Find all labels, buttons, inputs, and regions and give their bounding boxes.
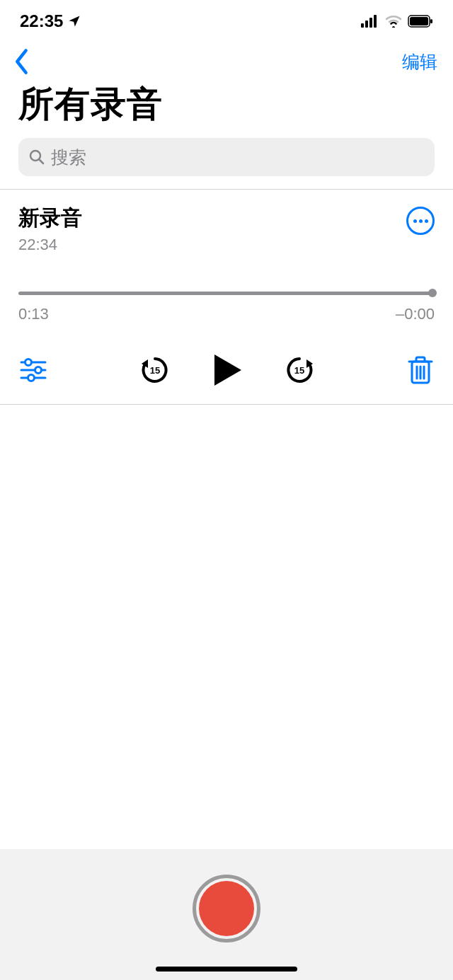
rewind-15-button[interactable]: 15 bbox=[139, 354, 171, 386]
elapsed-time: 0:13 bbox=[18, 305, 49, 323]
center-controls: 15 15 bbox=[139, 353, 315, 387]
nav-bar: 编辑 bbox=[0, 42, 453, 81]
svg-rect-5 bbox=[410, 17, 428, 25]
scrub-handle[interactable] bbox=[428, 289, 437, 297]
delete-button[interactable] bbox=[408, 355, 433, 385]
status-right bbox=[361, 15, 433, 28]
svg-rect-3 bbox=[374, 15, 377, 28]
svg-rect-0 bbox=[361, 23, 364, 28]
time-row: 0:13 –0:00 bbox=[18, 305, 435, 323]
svg-text:15: 15 bbox=[150, 365, 160, 376]
playback-scrubber[interactable] bbox=[18, 288, 435, 298]
status-time: 22:35 bbox=[20, 11, 63, 31]
search-row: 搜索 bbox=[0, 135, 453, 189]
recording-item: 新录音 22:34 0:13 –0:00 bbox=[0, 190, 453, 405]
more-button[interactable] bbox=[406, 207, 435, 235]
recording-info: 新录音 22:34 bbox=[18, 204, 82, 254]
status-left: 22:35 bbox=[20, 11, 81, 31]
svg-point-14 bbox=[28, 375, 35, 381]
recording-head: 新录音 22:34 bbox=[18, 204, 435, 254]
options-button[interactable] bbox=[20, 358, 47, 382]
search-placeholder: 搜索 bbox=[51, 146, 86, 169]
svg-marker-17 bbox=[214, 354, 241, 386]
edit-button[interactable]: 编辑 bbox=[402, 50, 437, 74]
title-row: 所有录音 bbox=[0, 81, 453, 135]
svg-point-10 bbox=[25, 359, 32, 366]
svg-rect-2 bbox=[369, 18, 372, 28]
svg-point-12 bbox=[35, 367, 42, 374]
location-icon bbox=[67, 14, 81, 28]
svg-rect-1 bbox=[365, 21, 368, 28]
controls-row: 15 15 bbox=[18, 353, 435, 387]
play-button[interactable] bbox=[212, 353, 243, 387]
scrub-track bbox=[18, 292, 435, 295]
svg-rect-6 bbox=[430, 19, 432, 23]
record-button[interactable] bbox=[193, 875, 260, 942]
search-input[interactable]: 搜索 bbox=[18, 138, 435, 176]
remaining-time: –0:00 bbox=[396, 305, 435, 323]
home-indicator[interactable] bbox=[156, 967, 297, 972]
status-bar: 22:35 bbox=[0, 0, 453, 42]
back-button[interactable] bbox=[13, 48, 31, 75]
svg-text:15: 15 bbox=[294, 365, 304, 376]
recording-title: 新录音 bbox=[18, 204, 82, 233]
wifi-icon bbox=[385, 15, 402, 28]
page-title: 所有录音 bbox=[18, 81, 435, 128]
search-icon bbox=[28, 149, 45, 166]
record-inner-icon bbox=[199, 881, 254, 936]
svg-line-8 bbox=[39, 159, 43, 163]
bottom-bar bbox=[0, 849, 453, 980]
recording-timestamp: 22:34 bbox=[18, 236, 82, 254]
battery-icon bbox=[408, 15, 433, 28]
cellular-icon bbox=[361, 15, 379, 28]
forward-15-button[interactable]: 15 bbox=[284, 354, 315, 386]
